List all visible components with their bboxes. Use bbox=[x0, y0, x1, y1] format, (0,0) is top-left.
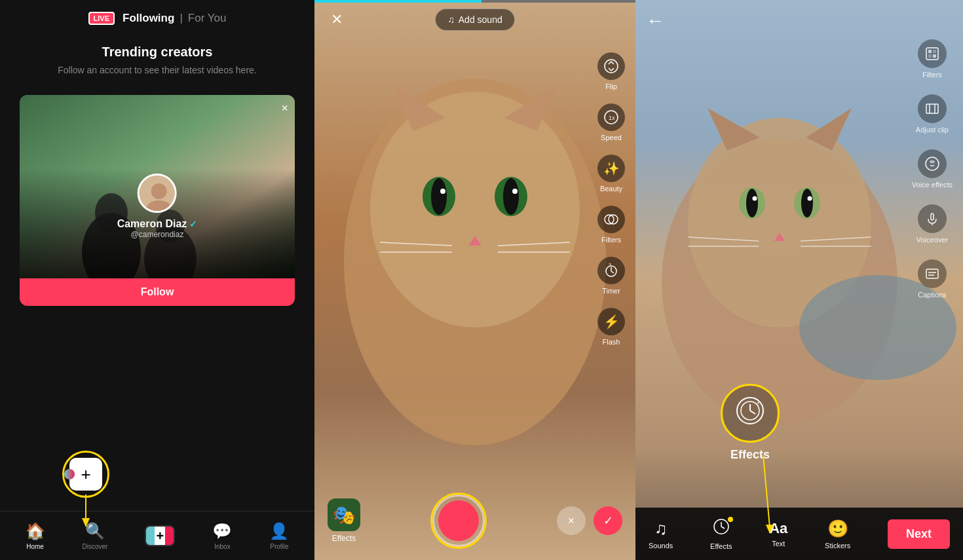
svg-rect-55 bbox=[933, 50, 936, 53]
flip-svg bbox=[604, 59, 618, 73]
add-sound-button[interactable]: ♫ Add sound bbox=[435, 9, 514, 31]
captions-icon bbox=[918, 259, 947, 288]
music-icon: ♫ bbox=[447, 14, 455, 25]
speed-label: Speed bbox=[601, 134, 622, 141]
timer-svg: 3 bbox=[604, 263, 618, 278]
creator-card: × Cameron Diaz ✓ @camerondiaz Follow bbox=[20, 95, 295, 306]
stickers-label: Stickers bbox=[825, 542, 850, 550]
svg-marker-72 bbox=[766, 525, 774, 534]
progress-remaining bbox=[482, 0, 635, 3]
camera-top-bar: ✕ ♫ Add sound bbox=[314, 8, 635, 31]
timer-control[interactable]: 3 Timer bbox=[597, 257, 625, 295]
svg-point-43 bbox=[746, 189, 758, 217]
confirm-clip-button[interactable]: ✓ bbox=[594, 506, 622, 535]
middle-panel: ✕ ♫ Add sound Flip 1x bbox=[314, 0, 635, 560]
camera-right-controls: Flip 1x Speed ✨ Beauty Filters bbox=[597, 52, 625, 346]
center-add-button[interactable]: + bbox=[145, 525, 175, 546]
yellow-ring: + bbox=[62, 451, 109, 498]
next-button[interactable]: Next bbox=[888, 519, 950, 549]
confirm-icon: ✓ bbox=[603, 513, 613, 528]
trending-title: Trending creators bbox=[20, 45, 295, 60]
nav-separator: | bbox=[179, 12, 182, 25]
svg-rect-64 bbox=[926, 269, 938, 278]
svg-line-75 bbox=[721, 527, 725, 529]
bottom-nav: 🏠 Home 🔍 Discover + 💬 Inbox 👤 Profile bbox=[0, 511, 314, 560]
svg-point-19 bbox=[503, 178, 519, 215]
creator-info: Cameron Diaz ✓ @camerondiaz bbox=[117, 174, 198, 239]
right-side-controls: Filters Adjust clip Voice effects bbox=[912, 39, 953, 299]
voiceover-svg bbox=[925, 212, 939, 226]
sounds-tab[interactable]: ♫ Sounds bbox=[649, 519, 673, 550]
sounds-icon: ♫ bbox=[654, 519, 668, 539]
add-circle-annotation: + bbox=[62, 451, 109, 498]
right-bottom-bar: ♫ Sounds Effects Aa Text 🙂 Stickers Next bbox=[635, 508, 963, 560]
record-outer bbox=[432, 495, 485, 547]
effects-label: Effects bbox=[332, 534, 356, 543]
voice-svg bbox=[925, 157, 939, 171]
svg-rect-57 bbox=[933, 54, 936, 58]
create-post-button[interactable]: + bbox=[69, 458, 102, 491]
flash-icon: ⚡ bbox=[597, 308, 625, 335]
avatar-image bbox=[140, 176, 177, 213]
creator-name: Cameron Diaz ✓ bbox=[117, 218, 198, 230]
x-icon: ✕ bbox=[331, 11, 343, 28]
flash-label: Flash bbox=[603, 338, 620, 346]
nav-item-inbox[interactable]: 💬 Inbox bbox=[212, 522, 232, 550]
flip-control[interactable]: Flip bbox=[597, 52, 625, 90]
trending-subtitle: Follow an account to see their latest vi… bbox=[20, 65, 295, 75]
voiceover-control[interactable]: Voiceover bbox=[912, 204, 953, 244]
stickers-tab[interactable]: 🙂 Stickers bbox=[825, 519, 850, 550]
delete-clip-button[interactable]: × bbox=[557, 506, 586, 535]
svg-line-70 bbox=[750, 411, 755, 414]
adjust-icon bbox=[918, 94, 947, 123]
svg-point-20 bbox=[440, 189, 445, 194]
nav-for-you[interactable]: For You bbox=[188, 12, 227, 25]
camera-bottom: 🎭 Effects × ✓ bbox=[314, 481, 635, 560]
beauty-control[interactable]: ✨ Beauty bbox=[597, 155, 625, 193]
home-icon: 🏠 bbox=[26, 522, 45, 540]
back-button[interactable]: ← bbox=[646, 10, 664, 31]
nav-links: Following | For You bbox=[123, 12, 226, 25]
profile-label: Profile bbox=[270, 543, 288, 550]
annotation-arrow-down bbox=[79, 495, 92, 527]
timer-icon: 3 bbox=[597, 257, 625, 284]
effects-tab[interactable]: Effects bbox=[710, 518, 732, 550]
svg-rect-53 bbox=[926, 48, 938, 60]
discover-label: Discover bbox=[83, 543, 108, 550]
svg-point-18 bbox=[431, 178, 447, 215]
camera-effects-button[interactable]: 🎭 Effects bbox=[328, 498, 360, 543]
captions-svg bbox=[925, 267, 939, 281]
adjust-clip-label: Adjust clip bbox=[916, 126, 949, 134]
adjust-clip-control[interactable]: Adjust clip bbox=[912, 94, 953, 134]
speed-control[interactable]: 1x Speed bbox=[597, 103, 625, 141]
close-creator-button[interactable]: × bbox=[281, 102, 288, 115]
nav-item-profile[interactable]: 👤 Profile bbox=[269, 522, 289, 550]
captions-label: Captions bbox=[918, 291, 946, 299]
voice-effects-control[interactable]: Voice effects bbox=[912, 149, 953, 189]
effects-active-dot bbox=[728, 517, 733, 522]
flash-control[interactable]: ⚡ Flash bbox=[597, 308, 625, 346]
svg-point-44 bbox=[801, 189, 813, 217]
svg-rect-56 bbox=[928, 54, 932, 58]
nav-following[interactable]: Following bbox=[123, 12, 174, 25]
voiceover-label: Voiceover bbox=[916, 236, 948, 244]
verified-badge: ✓ bbox=[189, 219, 197, 229]
effects-yellow-ring bbox=[721, 384, 780, 443]
timer-label: Timer bbox=[602, 287, 620, 295]
right-top-bar: ← bbox=[646, 10, 953, 31]
svg-point-46 bbox=[808, 196, 812, 201]
nav-item-home[interactable]: 🏠 Home bbox=[26, 522, 45, 550]
filters-control[interactable]: Filters bbox=[597, 206, 625, 244]
right-filters-control[interactable]: Filters bbox=[912, 39, 953, 79]
captions-control[interactable]: Captions bbox=[912, 259, 953, 299]
voice-effects-label: Voice effects bbox=[912, 181, 953, 189]
inbox-label: Inbox bbox=[214, 543, 230, 550]
sounds-label: Sounds bbox=[649, 542, 673, 550]
top-nav: LIVE Following | For You bbox=[0, 0, 314, 31]
svg-point-21 bbox=[512, 189, 518, 194]
right-filters-label: Filters bbox=[922, 71, 942, 79]
follow-button[interactable]: Follow bbox=[20, 278, 295, 306]
svg-text:1x: 1x bbox=[609, 115, 615, 121]
filters-icon bbox=[597, 206, 625, 233]
camera-close-button[interactable]: ✕ bbox=[325, 8, 349, 31]
